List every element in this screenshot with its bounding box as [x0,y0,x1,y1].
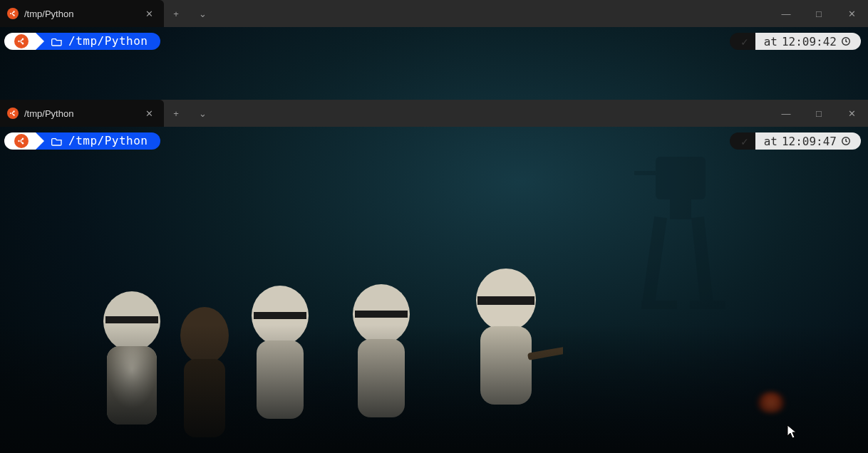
status-time: at 12:09:47 [755,132,861,150]
prompt-path-text: /tmp/Python [68,33,148,50]
ubuntu-icon [7,108,19,119]
status-time: at 12:09:42 [755,33,861,50]
new-tab-button[interactable]: + [164,0,188,27]
clock-icon [841,136,851,146]
tab-close-button[interactable]: ✕ [143,7,155,20]
shell-prompt: /tmp/Python [4,33,160,50]
prompt-path-segment: /tmp/Python [44,33,160,50]
svg-point-26 [18,41,19,42]
prompt-path-text: /tmp/Python [68,132,148,150]
ubuntu-icon [7,8,19,19]
status-check-icon: ✓ [730,33,755,50]
tab-active[interactable]: /tmp/Python ✕ [0,100,164,127]
prompt-os-segment [4,132,36,150]
close-button[interactable]: ✕ [835,100,868,127]
folder-open-icon [51,36,63,46]
tab-dropdown-button[interactable]: ⌄ [188,0,217,27]
tab-dropdown-button[interactable]: ⌄ [188,100,217,127]
new-tab-button[interactable]: + [164,100,188,127]
folder-open-icon [51,136,63,146]
terminal-body[interactable]: /tmp/Python ✓ at 12:09:47 [0,127,868,154]
terminal-window-1: /tmp/Python ✕ + ⌄ — □ ✕ [0,0,868,100]
status-time-value: 12:09:42 [782,35,837,48]
terminal-body[interactable]: /tmp/Python ✓ at 12:09:42 [0,27,868,54]
svg-point-33 [18,140,19,142]
maximize-button[interactable]: □ [802,0,835,27]
svg-point-23 [10,13,11,14]
mouse-cursor-icon [787,425,797,439]
minimize-button[interactable]: — [770,100,802,127]
clock-icon [841,36,851,46]
tab-close-button[interactable]: ✕ [143,107,155,120]
status-check-icon: ✓ [730,132,755,150]
status-right: ✓ at 12:09:47 [730,132,861,150]
titlebar[interactable]: /tmp/Python ✕ + ⌄ — □ ✕ [0,100,868,127]
titlebar[interactable]: /tmp/Python ✕ + ⌄ — □ ✕ [0,0,868,27]
shell-prompt: /tmp/Python [4,132,160,150]
status-time-prefix: at [764,35,777,48]
prompt-os-segment [4,33,36,50]
tab-active[interactable]: /tmp/Python ✕ [0,0,164,27]
close-button[interactable]: ✕ [835,0,868,27]
prompt-path-segment: /tmp/Python [44,132,160,150]
svg-point-30 [10,113,11,114]
minimize-button[interactable]: — [770,0,802,27]
status-time-prefix: at [764,135,777,148]
status-right: ✓ at 12:09:42 [730,33,861,50]
status-time-value: 12:09:47 [782,135,837,148]
tab-title: /tmp/Python [24,108,137,119]
terminal-window-2: /tmp/Python ✕ + ⌄ — □ ✕ [0,100,868,453]
tab-title: /tmp/Python [24,9,137,19]
maximize-button[interactable]: □ [802,100,835,127]
ubuntu-icon [14,134,29,148]
ubuntu-icon [14,34,29,48]
